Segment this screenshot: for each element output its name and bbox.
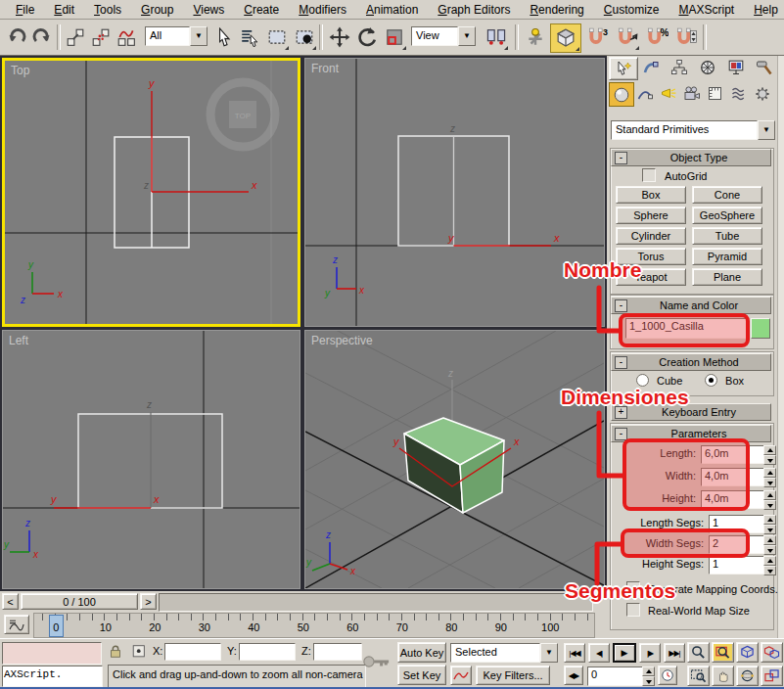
rectangular-selection-region-icon[interactable]	[264, 23, 290, 51]
select-and-manipulate-icon[interactable]	[523, 23, 548, 51]
menu-item[interactable]: Animation	[356, 1, 428, 19]
previous-frame-button[interactable]: ◀|	[588, 643, 610, 663]
geometry-category-icon[interactable]	[609, 82, 634, 107]
next-frame-button[interactable]: |▶	[639, 643, 661, 663]
undo-icon[interactable]	[4, 23, 29, 51]
auto-key-button[interactable]: Auto Key	[397, 642, 446, 663]
autogrid-checkbox[interactable]	[642, 168, 656, 182]
param-value-field[interactable]: 1	[709, 515, 767, 533]
maxscript-listener-input[interactable]: AXScript.	[2, 666, 103, 687]
object-type-button[interactable]: Tube	[692, 227, 762, 245]
viewport-perspective-canvas[interactable]: z y x z y x	[305, 331, 604, 588]
frame-spinner[interactable]	[642, 666, 655, 683]
hierarchy-tab[interactable]	[666, 57, 693, 78]
viewport-top[interactable]: Top TOP y x z	[2, 58, 300, 327]
zoom-icon[interactable]	[687, 642, 710, 663]
viewport-left[interactable]: Left y x z z y x	[2, 330, 300, 589]
creation-method-header[interactable]: - Creation Method	[611, 353, 771, 371]
object-type-button[interactable]: Pyramid	[692, 248, 762, 265]
selection-filter-dropdown[interactable]: All ▼	[145, 26, 208, 46]
time-slider-track[interactable]	[159, 593, 593, 612]
utilities-tab[interactable]	[751, 57, 778, 78]
region-zoom-icon[interactable]	[687, 666, 710, 686]
modify-tab[interactable]	[637, 57, 665, 78]
chevron-down-icon[interactable]: ▼	[458, 26, 476, 46]
space-warps-category-icon[interactable]	[727, 82, 751, 105]
menu-item[interactable]: Graph Editors	[428, 1, 520, 19]
menu-item[interactable]: Views	[183, 1, 234, 19]
creation-method-box-option[interactable]: Box	[705, 374, 744, 387]
menu-item[interactable]: Modifiers	[289, 1, 356, 19]
menu-item[interactable]: Create	[234, 1, 289, 19]
display-tab[interactable]	[722, 57, 750, 78]
param-value-field[interactable]: 4,0m	[701, 468, 767, 486]
play-button[interactable]: ▶	[613, 643, 636, 663]
menu-item[interactable]: Group	[131, 1, 183, 19]
key-filters-button[interactable]: Key Filters...	[476, 666, 550, 685]
current-frame-field[interactable]: 0	[587, 666, 646, 686]
cameras-category-icon[interactable]	[680, 82, 704, 105]
default-in-out-tangents-icon[interactable]	[450, 666, 472, 685]
name-color-header[interactable]: - Name and Color	[611, 297, 771, 314]
object-color-swatch[interactable]	[751, 318, 770, 339]
spinner[interactable]	[763, 445, 776, 462]
real-world-checkbox[interactable]	[626, 603, 640, 617]
y-coordinate-field[interactable]	[239, 643, 296, 661]
menu-item[interactable]: Edit	[44, 1, 84, 19]
zoom-extents-icon[interactable]	[736, 642, 759, 663]
collapse-icon[interactable]: -	[615, 428, 627, 440]
object-type-button[interactable]: Box	[616, 186, 686, 204]
redo-icon[interactable]	[29, 23, 55, 51]
collapse-icon[interactable]: -	[615, 299, 627, 312]
menu-item[interactable]: File	[6, 1, 44, 19]
viewport-front[interactable]: Front y x z z y x	[304, 58, 605, 327]
create-tab[interactable]	[609, 57, 638, 80]
next-frame-arrow[interactable]: >	[140, 593, 157, 610]
systems-category-icon[interactable]	[751, 82, 774, 105]
object-name-field[interactable]: 1_1000_Casilla	[625, 318, 749, 339]
box-radio[interactable]	[705, 374, 717, 387]
time-slider-handle[interactable]: 0 / 100	[21, 593, 138, 610]
spinner-snap-toggle-icon[interactable]: %	[644, 23, 669, 51]
arc-rotate-icon[interactable]	[736, 666, 759, 686]
chevron-down-icon[interactable]: ▼	[540, 643, 558, 663]
viewport-top-canvas[interactable]: TOP y x z y x z	[5, 61, 298, 324]
object-type-button[interactable]: Plane	[692, 268, 762, 286]
selection-lock-icon[interactable]	[108, 643, 125, 661]
mirror-icon[interactable]	[484, 23, 509, 51]
snaps-toggle-icon[interactable]	[550, 23, 581, 53]
param-value-field[interactable]: 1	[709, 556, 767, 574]
open-mini-curve-editor-button[interactable]	[4, 615, 29, 634]
percent-snap-toggle-icon[interactable]	[615, 23, 640, 51]
param-value-field[interactable]: 4,0m	[701, 490, 767, 509]
zoom-all-icon[interactable]	[712, 642, 734, 663]
viewport-perspective[interactable]: Perspective z	[304, 330, 605, 589]
menu-item[interactable]: Rendering	[520, 1, 593, 19]
unlink-selection-icon[interactable]	[88, 23, 114, 51]
set-key-button[interactable]: Set Key	[397, 665, 446, 685]
viewport-label[interactable]: Front	[311, 62, 339, 75]
go-to-end-button[interactable]: ▶▶|	[664, 643, 685, 663]
motion-tab[interactable]	[694, 57, 721, 78]
pan-icon[interactable]	[712, 666, 734, 686]
param-value-field[interactable]: 2	[709, 535, 767, 554]
spinner[interactable]	[763, 490, 776, 507]
select-and-move-icon[interactable]	[327, 23, 352, 51]
spinner[interactable]	[763, 535, 776, 552]
menu-item[interactable]: Tools	[84, 1, 131, 19]
select-by-name-icon[interactable]	[237, 23, 262, 51]
parameters-header[interactable]: - Parameters	[611, 425, 771, 442]
spinner[interactable]	[763, 468, 776, 484]
lights-category-icon[interactable]	[657, 82, 680, 105]
shapes-category-icon[interactable]	[633, 82, 657, 105]
x-coordinate-field[interactable]	[164, 643, 221, 661]
zoom-extents-all-icon[interactable]	[761, 642, 783, 663]
viewport-label[interactable]: Perspective	[311, 334, 373, 347]
previous-frame-arrow[interactable]: <	[2, 593, 19, 610]
spinner-snap-icon[interactable]	[673, 23, 699, 51]
chevron-down-icon[interactable]: ▼	[758, 120, 775, 140]
reference-coordinate-dropdown[interactable]: View ▼	[411, 26, 476, 46]
menu-item[interactable]: Customize	[594, 1, 669, 19]
select-and-link-icon[interactable]	[63, 23, 88, 51]
time-configuration-button[interactable]	[658, 666, 677, 685]
